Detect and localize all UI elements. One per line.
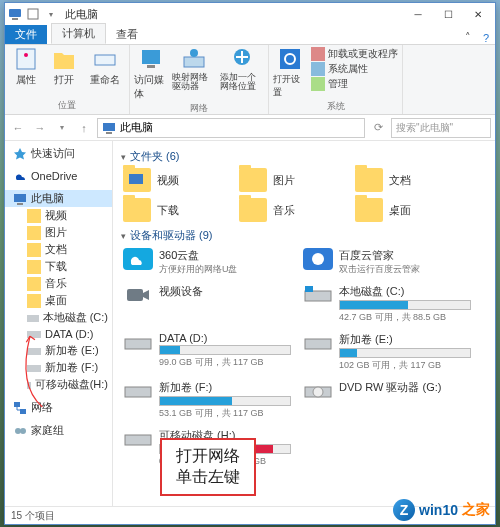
svg-rect-18 xyxy=(14,194,26,202)
pc-icon xyxy=(102,121,116,135)
svg-rect-25 xyxy=(27,294,41,308)
dvd-icon xyxy=(303,380,333,402)
maximize-button[interactable]: ☐ xyxy=(433,3,463,25)
drive-vol-e[interactable]: 新加卷 (E:)102 GB 可用，共 117 GB xyxy=(301,329,473,375)
hdd-icon xyxy=(303,284,333,306)
svg-point-4 xyxy=(24,53,28,57)
navigation-pane: 快速访问 OneDrive 此电脑 视频 图片 文档 下载 音乐 桌面 本地磁盘… xyxy=(5,141,113,506)
drive-video-device[interactable]: 视频设备 xyxy=(121,281,293,327)
tree-downloads[interactable]: 下载 xyxy=(5,258,112,275)
drive-360cloud[interactable]: 360云盘方便好用的网络U盘 xyxy=(121,245,293,279)
ribbon-group-location: 属性 打开 重命名 位置 xyxy=(5,45,130,114)
breadcrumb[interactable]: 此电脑 xyxy=(120,120,153,135)
section-devices[interactable]: ▾设备和驱动器 (9) xyxy=(121,224,487,245)
svg-rect-42 xyxy=(305,286,313,292)
navigation-bar: ← → ▾ ↑ 此电脑 ⟳ 搜索"此电脑" xyxy=(5,115,495,141)
tree-this-pc[interactable]: 此电脑 xyxy=(5,190,112,207)
svg-rect-13 xyxy=(311,47,325,61)
refresh-button[interactable]: ⟳ xyxy=(369,119,387,137)
svg-rect-14 xyxy=(311,62,325,76)
tree-music[interactable]: 音乐 xyxy=(5,275,112,292)
svg-rect-2 xyxy=(28,9,38,19)
minimize-button[interactable]: ─ xyxy=(403,3,433,25)
open-settings-button[interactable]: 打开设置 xyxy=(273,47,307,99)
tab-file[interactable]: 文件 xyxy=(5,25,47,44)
tab-view[interactable]: 查看 xyxy=(106,25,148,44)
tree-videos[interactable]: 视频 xyxy=(5,207,112,224)
svg-rect-40 xyxy=(305,291,331,301)
qat-properties-icon[interactable] xyxy=(25,6,41,22)
svg-rect-1 xyxy=(12,18,18,20)
tree-quick-access[interactable]: 快速访问 xyxy=(5,145,112,162)
drive-data-d[interactable]: DATA (D:)99.0 GB 可用，共 117 GB xyxy=(121,329,293,375)
status-bar: 15 个项目 xyxy=(5,506,495,524)
svg-rect-16 xyxy=(103,123,115,131)
access-media-button[interactable]: 访问媒体 xyxy=(134,47,168,101)
search-input[interactable]: 搜索"此电脑" xyxy=(391,118,491,138)
tree-data-d[interactable]: DATA (D:) xyxy=(5,326,112,342)
hdd-icon xyxy=(123,332,153,354)
drive-local-c[interactable]: 本地磁盘 (C:)42.7 GB 可用，共 88.5 GB xyxy=(301,281,473,327)
drive-vol-f[interactable]: 新加卷 (F:)53.1 GB 可用，共 117 GB xyxy=(121,377,293,423)
baidu-icon xyxy=(303,248,333,270)
tree-pictures[interactable]: 图片 xyxy=(5,224,112,241)
section-folders[interactable]: ▾文件夹 (6) xyxy=(121,145,487,166)
cloud-icon xyxy=(123,248,153,270)
svg-rect-35 xyxy=(129,174,143,184)
svg-point-34 xyxy=(20,428,26,434)
tree-vol-f[interactable]: 新加卷 (F:) xyxy=(5,359,112,376)
tree-desktop[interactable]: 桌面 xyxy=(5,292,112,309)
svg-rect-7 xyxy=(147,65,155,68)
help-icon[interactable]: ? xyxy=(477,32,495,44)
svg-rect-28 xyxy=(27,348,41,355)
add-location-button[interactable]: 添加一个网络位置 xyxy=(220,47,264,91)
properties-button[interactable]: 属性 xyxy=(9,47,43,87)
tree-homegroup[interactable]: 家庭组 xyxy=(5,422,112,439)
uninstall-button[interactable]: 卸载或更改程序 xyxy=(311,47,398,61)
manage-button[interactable]: 管理 xyxy=(311,77,398,91)
folder-documents[interactable]: 文档 xyxy=(353,166,461,194)
tree-network[interactable]: 网络 xyxy=(5,399,112,416)
forward-button[interactable]: → xyxy=(31,119,49,137)
drive-baidu[interactable]: 百度云管家双击运行百度云管家 xyxy=(301,245,473,279)
folder-music[interactable]: 音乐 xyxy=(237,196,345,224)
system-properties-button[interactable]: 系统属性 xyxy=(311,62,398,76)
drive-dvd-g[interactable]: DVD RW 驱动器 (G:) xyxy=(301,377,473,423)
svg-rect-11 xyxy=(280,49,300,69)
ribbon-group-system: 打开设置 卸载或更改程序 系统属性 管理 系统 xyxy=(269,45,403,114)
folder-pictures[interactable]: 图片 xyxy=(237,166,345,194)
address-bar[interactable]: 此电脑 xyxy=(97,118,365,138)
close-button[interactable]: ✕ xyxy=(463,3,493,25)
svg-rect-27 xyxy=(27,331,41,338)
usb-icon xyxy=(123,428,153,450)
folder-downloads[interactable]: 下载 xyxy=(121,196,229,224)
recent-dropdown-icon[interactable]: ▾ xyxy=(53,119,71,137)
svg-rect-23 xyxy=(27,260,41,274)
tree-documents[interactable]: 文档 xyxy=(5,241,112,258)
ribbon-collapse-icon[interactable]: ˄ xyxy=(459,31,477,44)
svg-rect-31 xyxy=(14,402,20,407)
back-button[interactable]: ← xyxy=(9,119,27,137)
qat-dropdown-icon[interactable]: ▾ xyxy=(43,6,59,22)
tab-computer[interactable]: 计算机 xyxy=(51,23,106,44)
open-button[interactable]: 打开 xyxy=(47,47,81,87)
svg-point-9 xyxy=(190,49,198,57)
up-button[interactable]: ↑ xyxy=(75,119,93,137)
ribbon-group-network: 访问媒体 映射网络驱动器 添加一个网络位置 网络 xyxy=(130,45,269,114)
annotation-callout: 打开网络 单击左键 xyxy=(160,438,256,496)
title-bar: ▾ 此电脑 ─ ☐ ✕ xyxy=(5,3,495,25)
rename-button[interactable]: 重命名 xyxy=(85,47,125,87)
svg-rect-5 xyxy=(95,55,115,65)
hdd-icon xyxy=(123,380,153,402)
folder-videos[interactable]: 视频 xyxy=(121,166,229,194)
tree-onedrive[interactable]: OneDrive xyxy=(5,168,112,184)
tree-vol-e[interactable]: 新加卷 (E:) xyxy=(5,342,112,359)
window-title: 此电脑 xyxy=(59,7,403,22)
tree-local-c[interactable]: 本地磁盘 (C:) xyxy=(5,309,112,326)
map-drive-button[interactable]: 映射网络驱动器 xyxy=(172,47,216,91)
usage-bar xyxy=(340,301,408,309)
folder-desktop[interactable]: 桌面 xyxy=(353,196,461,224)
tree-removable-h[interactable]: 可移动磁盘(H:) xyxy=(5,376,112,393)
svg-point-38 xyxy=(312,253,324,265)
svg-rect-20 xyxy=(27,209,41,223)
